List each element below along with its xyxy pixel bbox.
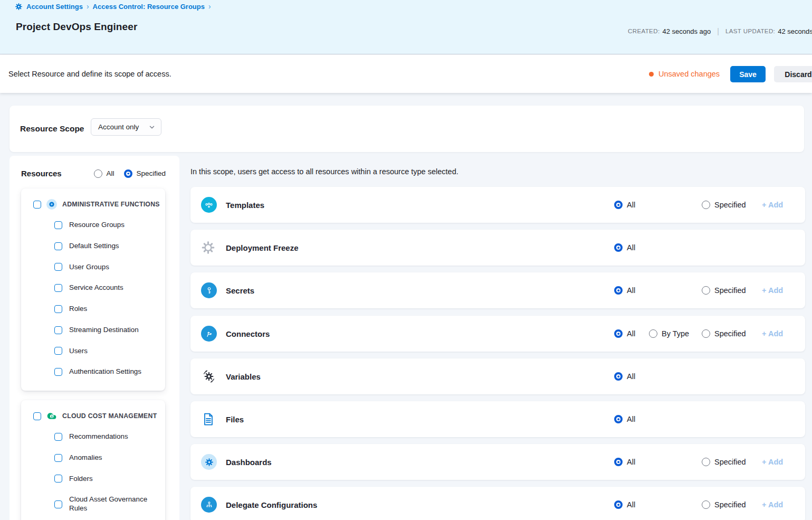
- checkbox[interactable]: [54, 347, 62, 355]
- radio-all[interactable]: [614, 286, 623, 295]
- radio-specified[interactable]: [702, 329, 710, 338]
- add-resources-link[interactable]: + Add: [762, 458, 783, 466]
- checkbox[interactable]: [54, 305, 62, 313]
- resource-scope-label: Resource Scope: [20, 124, 84, 134]
- radio-specified[interactable]: [702, 201, 710, 209]
- checkbox[interactable]: [54, 500, 62, 508]
- resource-checkbox-item[interactable]: Streaming Destination: [54, 326, 158, 335]
- breadcrumb-link[interactable]: Account Settings: [26, 3, 83, 11]
- add-resources-link[interactable]: + Add: [762, 286, 783, 295]
- svg-text:$: $: [51, 414, 53, 418]
- resource-checkbox-item[interactable]: User Groups: [54, 263, 158, 272]
- option-label: All: [627, 458, 635, 466]
- checkbox[interactable]: [54, 284, 62, 292]
- option-all[interactable]: All: [614, 201, 635, 209]
- option-all[interactable]: All: [614, 286, 635, 295]
- resource-checkbox-item[interactable]: Recommendations: [54, 432, 158, 441]
- resource-type-name: Secrets: [226, 286, 254, 295]
- option-all[interactable]: All: [614, 500, 635, 509]
- checkbox[interactable]: [54, 368, 62, 376]
- checkbox[interactable]: [54, 263, 62, 271]
- updated-label: LAST UPDATED:: [725, 28, 775, 34]
- resource-scope-value: Account only: [98, 123, 139, 131]
- option-label: By Type: [662, 329, 689, 338]
- resource-type-name: Variables: [226, 372, 261, 381]
- resources-sidebar-header: Resources AllSpecified: [9, 156, 179, 178]
- radio-all[interactable]: [614, 500, 623, 509]
- resource-checkbox-item[interactable]: Cloud Asset Governance Rules: [54, 495, 158, 513]
- resource-checkbox-item[interactable]: Roles: [54, 305, 158, 314]
- radio-all[interactable]: [614, 201, 623, 209]
- radio-by-type[interactable]: [649, 329, 657, 338]
- group-checkbox[interactable]: [33, 412, 41, 420]
- dashboards-icon: [201, 454, 217, 470]
- group-checkbox[interactable]: [33, 201, 41, 209]
- checkbox-label: User Groups: [69, 263, 109, 272]
- radio-specified[interactable]: [702, 458, 710, 466]
- resource-type-row: SecretsAllSpecified+ Add: [190, 272, 805, 308]
- resource-group-header: ADMINISTRATIVE FUNCTIONS: [33, 199, 165, 210]
- resource-type-row: FilesAll: [190, 401, 805, 437]
- option-all[interactable]: All: [614, 372, 635, 381]
- resource-checkbox-item[interactable]: Anomalies: [54, 453, 158, 462]
- option-by-type[interactable]: By Type: [649, 329, 689, 338]
- option-specified[interactable]: Specified: [702, 500, 746, 509]
- option-specified[interactable]: Specified: [702, 329, 746, 338]
- resource-type-row: Delegate ConfigurationsAllSpecified+ Add: [190, 487, 805, 520]
- checkbox[interactable]: [54, 326, 62, 334]
- toolbar-description: Select Resource and define its scope of …: [8, 70, 171, 78]
- resources-filter-specified[interactable]: Specified: [124, 169, 166, 178]
- checkbox[interactable]: [54, 454, 62, 462]
- checkbox[interactable]: [54, 433, 62, 441]
- checkbox-label: Roles: [69, 305, 87, 314]
- radio-all[interactable]: [614, 243, 623, 252]
- checkbox-label: Cloud Asset Governance Rules: [69, 495, 158, 513]
- option-all[interactable]: All: [614, 458, 635, 466]
- option-specified[interactable]: Specified: [702, 201, 746, 209]
- save-button[interactable]: Save: [730, 66, 766, 82]
- resource-checkbox-item[interactable]: Resource Groups: [54, 221, 158, 230]
- radio-all[interactable]: [614, 329, 623, 338]
- page-root: Account Settings›Access Control: Resourc…: [0, 0, 812, 520]
- radio-specified[interactable]: [702, 286, 710, 295]
- resources-filter-all[interactable]: All: [94, 169, 114, 178]
- add-resources-link[interactable]: + Add: [762, 500, 783, 509]
- add-resources-link[interactable]: + Add: [762, 329, 783, 338]
- option-specified[interactable]: Specified: [702, 458, 746, 466]
- option-label: All: [627, 500, 635, 509]
- resource-checkbox-item[interactable]: Folders: [54, 475, 158, 484]
- resources-sidebar: Resources AllSpecified ADMINISTRATIVE FU…: [9, 156, 179, 520]
- option-all[interactable]: All: [614, 243, 635, 252]
- option-label: All: [627, 415, 635, 423]
- option-specified[interactable]: Specified: [702, 286, 746, 295]
- meta-info: CREATED: 42 seconds ago | LAST UPDATED: …: [628, 27, 812, 35]
- option-label: All: [627, 286, 635, 295]
- radio-specified[interactable]: [702, 500, 710, 509]
- radio-specified[interactable]: [124, 169, 132, 178]
- add-resources-link[interactable]: + Add: [762, 201, 783, 209]
- option-all[interactable]: All: [614, 329, 635, 338]
- checkbox-label: Streaming Destination: [69, 326, 139, 335]
- discard-button[interactable]: Discard: [774, 66, 812, 82]
- resource-checkbox-item[interactable]: Default Settings: [54, 242, 158, 251]
- breadcrumb-link[interactable]: Access Control: Resource Groups: [93, 3, 205, 11]
- resource-group-card: ADMINISTRATIVE FUNCTIONSResource GroupsD…: [21, 188, 165, 391]
- option-all[interactable]: All: [614, 415, 635, 423]
- resource-type-name: Files: [226, 415, 244, 424]
- checkbox[interactable]: [54, 242, 62, 250]
- radio-all[interactable]: [94, 169, 102, 178]
- resource-checkbox-item[interactable]: Service Accounts: [54, 283, 158, 292]
- radio-all[interactable]: [614, 415, 623, 423]
- checkbox-label: Resource Groups: [69, 221, 125, 230]
- option-label: All: [627, 243, 635, 252]
- resource-group-header: $CLOUD COST MANAGEMENT: [33, 411, 165, 421]
- resource-scope-dropdown[interactable]: Account only: [91, 118, 161, 136]
- page-header-banner: Account Settings›Access Control: Resourc…: [0, 0, 812, 54]
- checkbox[interactable]: [54, 221, 62, 229]
- radio-all[interactable]: [614, 458, 623, 466]
- checkbox[interactable]: [54, 475, 62, 483]
- radio-all[interactable]: [614, 372, 623, 381]
- resource-checkbox-item[interactable]: Users: [54, 347, 158, 356]
- resources-title: Resources: [21, 169, 62, 178]
- resource-checkbox-item[interactable]: Authentication Settings: [54, 367, 158, 376]
